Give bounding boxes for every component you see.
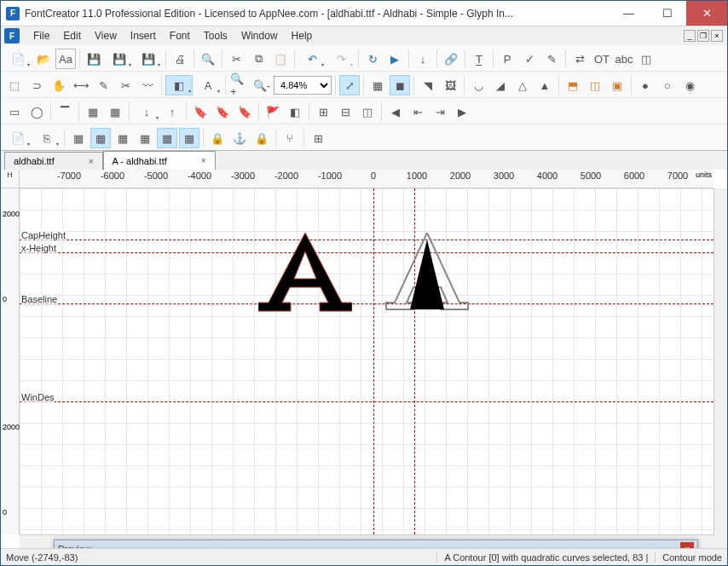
circle-button[interactable]: ○	[657, 75, 678, 95]
flip-h-button[interactable]: ▲	[534, 75, 555, 95]
zoom-in-button[interactable]: 🔍+	[229, 75, 250, 95]
text-tool-button[interactable]: T̲	[469, 49, 489, 69]
redo-button[interactable]: ↷▾	[327, 49, 355, 69]
menu-file[interactable]: File	[26, 27, 56, 44]
corner-button[interactable]: ◢	[490, 75, 511, 95]
tab-a-aldhabi[interactable]: A - aldhabi.ttf ×	[103, 151, 216, 170]
new-font-button[interactable]: 📄▾	[4, 49, 32, 69]
bookmark2-button[interactable]: 🔖	[212, 101, 233, 122]
menu-help[interactable]: Help	[285, 27, 320, 44]
glyph-button[interactable]: ◫	[636, 49, 656, 69]
branch-button[interactable]: ⑂	[280, 128, 300, 148]
ellipse-tool[interactable]: ◯	[26, 101, 47, 122]
cut-button[interactable]: ✂	[226, 49, 246, 69]
knife-tool[interactable]: ✂	[115, 75, 136, 95]
pen-tool[interactable]: ✎	[93, 75, 113, 95]
tab-close-icon[interactable]: ×	[89, 157, 94, 166]
compose-button[interactable]: ⊞	[313, 101, 333, 122]
ruler-tool[interactable]: ⟷	[71, 75, 91, 95]
grid2-button[interactable]: ▦	[105, 101, 125, 122]
minimize-button[interactable]: —	[610, 1, 648, 26]
bookmark1-button[interactable]: 🔖	[190, 101, 211, 122]
props-button[interactable]: ⊞	[308, 128, 328, 148]
union-button[interactable]: ⬒	[563, 75, 583, 95]
prev-button[interactable]: ◀	[385, 101, 406, 122]
bookmark3-button[interactable]: 🔖	[234, 101, 255, 122]
copy-dd-button[interactable]: ⎘▾	[33, 128, 61, 148]
export-button[interactable]: ↑	[162, 101, 182, 122]
menu-tools[interactable]: Tools	[197, 27, 234, 44]
print-button[interactable]: 🖨	[170, 49, 190, 69]
grid-c-button[interactable]: ▦	[113, 128, 133, 148]
menu-edit[interactable]: Edit	[56, 27, 88, 44]
first-button[interactable]: ⇤	[407, 101, 428, 122]
dot-button[interactable]: ●	[635, 75, 656, 95]
glyph-outline[interactable]	[384, 233, 470, 313]
menu-insert[interactable]: Insert	[124, 27, 163, 44]
import-button[interactable]: ↓▾	[133, 101, 160, 122]
properties-button[interactable]: P	[497, 49, 517, 69]
lasso-tool[interactable]: ⊃	[26, 75, 47, 95]
script-flag-button[interactable]: 🚩	[263, 101, 283, 122]
glyph-canvas[interactable]: CapHeight x-Height Baseline WinDes	[20, 188, 714, 534]
last-button[interactable]: ⇥	[430, 101, 450, 122]
mdi-close-button[interactable]: ×	[711, 30, 723, 42]
lock2-button[interactable]: 🔒	[251, 128, 272, 148]
hand-tool[interactable]: ✋	[49, 75, 69, 95]
image-button[interactable]: 🖼	[440, 75, 460, 95]
refresh-button[interactable]: ↻	[362, 49, 383, 69]
open-font-button[interactable]: 📂	[33, 49, 54, 69]
align-top-button[interactable]: ▔	[55, 101, 75, 122]
grid-d-button[interactable]: ▦	[135, 128, 155, 148]
grid-f-button[interactable]: ▦	[179, 128, 199, 148]
rect-tool[interactable]: ▭	[4, 101, 25, 122]
draw-tool[interactable]: 〰	[137, 75, 158, 95]
mdi-restore-button[interactable]: ❐	[697, 30, 709, 42]
zoom-out-button[interactable]: 🔍-	[251, 75, 272, 95]
doc-dd-button[interactable]: 📄▾	[4, 128, 32, 148]
find-button[interactable]: 🔍	[198, 49, 218, 69]
fit-window-button[interactable]: ⤢	[339, 75, 360, 95]
grid-e-button[interactable]: ▦	[157, 128, 177, 148]
undo-button[interactable]: ↶▾	[298, 49, 326, 69]
script-button[interactable]: abc	[614, 49, 634, 69]
grid-button[interactable]: ▦	[367, 75, 388, 95]
paste-button[interactable]: 📋	[270, 49, 291, 69]
target-button[interactable]: ◉	[679, 75, 700, 95]
tangent-button[interactable]: △	[512, 75, 533, 95]
preview-close-button[interactable]: ×	[680, 542, 694, 548]
maximize-button[interactable]: ☐	[648, 1, 686, 26]
lock-button[interactable]: 🔒	[207, 128, 228, 148]
erase-button[interactable]: ◧	[285, 101, 305, 122]
scrollbar-vertical[interactable]	[714, 188, 727, 534]
opentype-button[interactable]: OT	[592, 49, 612, 69]
validate-button[interactable]: ✓	[519, 49, 540, 69]
contour-fill-button[interactable]: ◧▾	[165, 75, 193, 95]
menu-view[interactable]: View	[88, 27, 124, 44]
next-button[interactable]: ▶	[452, 101, 472, 122]
glyph-preview-button[interactable]: A▾	[194, 75, 222, 95]
contour-button[interactable]: ◥	[418, 75, 438, 95]
intersect-button[interactable]: ◫	[585, 75, 605, 95]
preview-header[interactable]: Preview ×	[55, 540, 697, 548]
save-button[interactable]: 💾	[84, 49, 104, 69]
marquee-tool[interactable]: ⬚	[4, 75, 25, 95]
mdi-minimize-button[interactable]: _	[684, 30, 696, 42]
save-all-button[interactable]: 💾▾	[135, 49, 162, 69]
launch-button[interactable]: ▶	[384, 49, 405, 69]
palette-button[interactable]: ◫	[357, 101, 378, 122]
glyph-filled[interactable]	[258, 233, 352, 313]
menu-window[interactable]: Window	[234, 27, 285, 44]
close-button[interactable]: ✕	[686, 1, 727, 26]
subtract-button[interactable]: ▣	[607, 75, 627, 95]
save-as-button[interactable]: 💾▾	[106, 49, 133, 69]
grid-b-button[interactable]: ▦	[90, 128, 111, 148]
smooth-button[interactable]: ◡	[468, 75, 488, 95]
grid-a-button[interactable]: ▦	[68, 128, 89, 148]
down-arrow-button[interactable]: ↓	[413, 49, 433, 69]
copy-button[interactable]: ⧉	[248, 49, 269, 69]
tab-close-icon[interactable]: ×	[201, 156, 206, 165]
tab-aldhabi[interactable]: aldhabi.ttf ×	[4, 152, 103, 170]
anchor-button[interactable]: ⚓	[229, 128, 250, 148]
font-overview-button[interactable]: Aa	[55, 49, 76, 69]
